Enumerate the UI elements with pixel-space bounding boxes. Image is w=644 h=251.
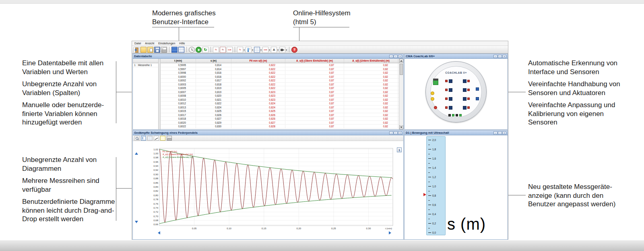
- table-cell[interactable]: 0,819: [196, 90, 231, 94]
- table-cell[interactable]: 0,87: [285, 79, 344, 82]
- table-cell[interactable]: 0,826: [231, 117, 285, 120]
- close-button[interactable]: ×: [502, 55, 506, 58]
- dropdown-arrow-icon[interactable]: ▾: [277, 48, 279, 51]
- column-header[interactable]: t (min): [161, 59, 196, 63]
- minimize-button[interactable]: −: [493, 55, 497, 58]
- minimize-button[interactable]: −: [389, 55, 393, 58]
- column-header[interactable]: Fit von s(t) (m): [231, 59, 285, 63]
- help-button[interactable]: [291, 47, 297, 53]
- table-cell[interactable]: 0,824: [231, 102, 285, 105]
- dropdown-arrow-icon[interactable]: ▾: [244, 48, 245, 51]
- table-cell[interactable]: 0,822: [231, 83, 285, 86]
- start-button[interactable]: [196, 47, 202, 53]
- menu-item-ansicht[interactable]: Ansicht: [145, 42, 154, 45]
- table-cell[interactable]: 0,6017: [161, 113, 196, 117]
- open-button[interactable]: [140, 47, 147, 53]
- table-cell[interactable]: 0,82: [344, 67, 398, 71]
- axis-scroll-right-icon[interactable]: [389, 231, 391, 234]
- exit-button[interactable]: [134, 47, 140, 53]
- add-meter-dropdown[interactable]: ▾: [246, 47, 253, 53]
- interface-settings-button[interactable]: [171, 47, 178, 53]
- axis-scroll-down-icon[interactable]: [135, 221, 138, 223]
- table-cell[interactable]: 0,6015: [161, 109, 196, 113]
- table-cell[interactable]: 0,87: [285, 124, 344, 128]
- table-cell[interactable]: 0,822: [231, 63, 285, 67]
- table-cell[interactable]: 0,830: [196, 124, 231, 128]
- slope-icon[interactable]: [154, 136, 159, 141]
- table-cell[interactable]: 0,6013: [161, 106, 196, 109]
- table-cell[interactable]: 0,87: [285, 86, 344, 90]
- table-cell[interactable]: 0,822: [231, 79, 285, 82]
- diagram-button[interactable]: [213, 47, 219, 53]
- table-cell[interactable]: 0,82: [344, 79, 398, 82]
- table-cell[interactable]: 0,82: [344, 113, 398, 117]
- table-cell[interactable]: 0,87: [285, 71, 344, 75]
- diagram-plot[interactable]: 1,021,000,980,960,940,920,900,880,860,84…: [145, 145, 396, 231]
- minimize-button[interactable]: −: [493, 131, 497, 135]
- run-row[interactable]: 1 Messreihe 1: [133, 63, 158, 67]
- table-cell[interactable]: 0,829: [196, 121, 231, 124]
- table-cell[interactable]: 0,814: [196, 63, 231, 67]
- table-cell[interactable]: 0,818: [196, 83, 231, 86]
- table-cell[interactable]: 0,6012: [161, 102, 196, 105]
- table-cell[interactable]: 0,6010: [161, 98, 196, 102]
- close-button[interactable]: ×: [398, 131, 402, 135]
- dropdown-arrow-icon[interactable]: ▾: [286, 48, 287, 51]
- table-cell[interactable]: 0,82: [344, 90, 398, 94]
- table-cell[interactable]: 0,82: [344, 83, 398, 86]
- table-cell[interactable]: 0,82: [344, 117, 398, 120]
- table-cell[interactable]: 0,5995: [161, 63, 196, 67]
- maximize-button[interactable]: ▫: [498, 55, 502, 58]
- save-button[interactable]: [154, 47, 160, 53]
- table-cell[interactable]: 0,87: [285, 98, 344, 102]
- column-header[interactable]: A_s(t) (Untere Einhüllende) (m): [344, 59, 398, 63]
- scope-button[interactable]: [220, 47, 226, 53]
- meter-pointer[interactable]: [423, 193, 426, 196]
- annotation-icon[interactable]: [160, 136, 165, 141]
- table-cell[interactable]: 0,82: [344, 63, 398, 67]
- maximize-button[interactable]: ▫: [394, 131, 398, 135]
- dropdown-arrow-icon[interactable]: ▾: [260, 48, 262, 51]
- table-cell[interactable]: 0,819: [196, 86, 231, 90]
- zoom-icon[interactable]: [134, 136, 140, 141]
- table-cell[interactable]: 0,82: [344, 102, 398, 105]
- scrollbar-thumb[interactable]: [400, 64, 403, 75]
- table-cell[interactable]: 0,814: [196, 67, 231, 71]
- table-cell[interactable]: 0,822: [231, 67, 285, 71]
- table-cell[interactable]: 0,6002: [161, 79, 196, 82]
- table-cell[interactable]: 0,822: [231, 71, 285, 75]
- menu-item-einstellungen[interactable]: Einstellungen: [158, 42, 175, 45]
- axis-scroll-up-icon[interactable]: [135, 152, 138, 155]
- table-cell[interactable]: 0,6022: [161, 124, 196, 128]
- add-text-dropdown[interactable]: ▾: [271, 47, 279, 53]
- table-scrollbar[interactable]: [399, 59, 403, 129]
- scroll-down-icon[interactable]: [399, 125, 403, 129]
- table-cell[interactable]: 0,87: [285, 106, 344, 109]
- table-cell[interactable]: 0,825: [231, 109, 285, 113]
- table-cell[interactable]: 0,82: [344, 98, 398, 102]
- table-cell[interactable]: 0,5998: [161, 71, 196, 75]
- table-cell[interactable]: 0,82: [344, 106, 398, 109]
- table-cell[interactable]: 0,823: [231, 94, 285, 97]
- table-cell[interactable]: 0,82: [344, 86, 398, 90]
- table-cell[interactable]: 0,823: [231, 90, 285, 94]
- table-cell[interactable]: 0,825: [196, 109, 231, 113]
- print-diagram-icon[interactable]: [167, 136, 172, 141]
- table-cell[interactable]: 0,87: [285, 63, 344, 67]
- table-cell[interactable]: 0,816: [196, 71, 231, 75]
- table-cell[interactable]: 0,817: [196, 79, 231, 82]
- table-cell[interactable]: 0,82: [344, 94, 398, 97]
- table-cell[interactable]: 0,826: [196, 113, 231, 117]
- table-cell[interactable]: 0,82: [344, 124, 398, 128]
- add-diagram-dropdown[interactable]: ▾: [237, 47, 245, 53]
- table-cell[interactable]: 0,87: [285, 102, 344, 105]
- pane-1-button[interactable]: 1: [397, 147, 402, 152]
- dropdown-arrow-icon[interactable]: ▾: [269, 48, 270, 51]
- table-cell[interactable]: 0,6018: [161, 117, 196, 120]
- table-cell[interactable]: 0,824: [196, 106, 231, 109]
- table-cell[interactable]: 0,5997: [161, 67, 196, 71]
- table-cell[interactable]: 0,6008: [161, 94, 196, 97]
- scroll-up-icon[interactable]: [399, 59, 403, 63]
- table-cell[interactable]: 0,87: [285, 113, 344, 117]
- table-cell[interactable]: 0,87: [285, 75, 344, 79]
